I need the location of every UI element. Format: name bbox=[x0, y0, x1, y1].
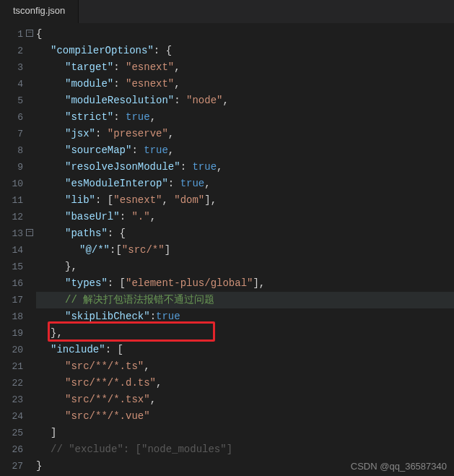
token-p: , bbox=[168, 144, 174, 156]
line-number: 21 bbox=[0, 358, 30, 375]
code-line[interactable]: "esModuleInterop": true, bbox=[36, 176, 454, 192]
line-number: 8 bbox=[0, 142, 30, 159]
token-p: : bbox=[131, 144, 144, 156]
line-number: 11 bbox=[0, 192, 30, 209]
line-number: 2 bbox=[0, 43, 30, 59]
token-k: "compilerOptions" bbox=[51, 45, 154, 56]
token-k: "resolveJsonModule" bbox=[65, 161, 180, 173]
line-number: 26 bbox=[0, 441, 30, 458]
token-p: , bbox=[174, 78, 180, 90]
line-number: 15 bbox=[0, 259, 30, 275]
code-line[interactable]: "types": ["element-plus/global"], bbox=[36, 275, 454, 292]
code-line[interactable]: { bbox=[36, 26, 454, 43]
token-k: "sourceMap" bbox=[65, 144, 131, 156]
token-k: "paths" bbox=[65, 228, 108, 239]
code-line[interactable]: "baseUrl": ".", bbox=[36, 209, 454, 225]
code-area[interactable]: {"compilerOptions": {"target": "esnext",… bbox=[30, 23, 454, 476]
code-line[interactable]: "module": "esnext", bbox=[36, 76, 454, 92]
token-p: , bbox=[174, 61, 180, 73]
code-line[interactable]: "@/*":["src/*"] bbox=[36, 242, 454, 259]
token-k: "baseUrl" bbox=[65, 211, 120, 222]
line-number-gutter: 1−2345678910111213−141516171819202122232… bbox=[0, 23, 30, 476]
token-k: "strict" bbox=[65, 111, 113, 123]
code-line[interactable]: "sourceMap": true, bbox=[36, 142, 454, 159]
token-p: } bbox=[36, 460, 42, 472]
line-number: 4 bbox=[0, 76, 30, 92]
code-line[interactable]: }, bbox=[36, 325, 454, 342]
code-line[interactable]: "src/**/*.tsx", bbox=[36, 391, 454, 408]
token-c: // 解决打包语法报错不通过问题 bbox=[65, 294, 214, 306]
token-p: : bbox=[120, 211, 132, 222]
token-p: , bbox=[150, 394, 156, 405]
token-k: "target" bbox=[65, 61, 113, 73]
line-number: 17 bbox=[0, 292, 30, 308]
token-p: ] bbox=[165, 244, 170, 256]
code-line[interactable]: "src/**/*.d.ts", bbox=[36, 375, 454, 391]
token-s: "node" bbox=[186, 95, 222, 106]
token-p: ], bbox=[253, 277, 265, 289]
token-p: : bbox=[180, 161, 193, 173]
code-line[interactable]: "include": [ bbox=[36, 342, 454, 358]
code-line[interactable]: // 解决打包语法报错不通过问题 bbox=[36, 292, 454, 308]
token-p: ], bbox=[204, 194, 217, 206]
code-line[interactable]: ] bbox=[36, 425, 454, 441]
token-k: "types" bbox=[65, 277, 108, 289]
token-k: "skipLibCheck" bbox=[65, 311, 150, 322]
token-p: , bbox=[168, 128, 174, 139]
token-p: : bbox=[168, 178, 180, 189]
editor: 1−2345678910111213−141516171819202122232… bbox=[0, 23, 454, 476]
token-p: : [ bbox=[95, 194, 113, 206]
token-p: }, bbox=[65, 261, 77, 272]
line-number: 13− bbox=[0, 225, 30, 242]
line-number: 20 bbox=[0, 342, 30, 358]
token-s: "src/**/*.vue" bbox=[65, 410, 150, 422]
code-line[interactable]: "target": "esnext", bbox=[36, 59, 454, 76]
token-s: "esnext" bbox=[113, 194, 162, 206]
token-b: true bbox=[144, 144, 168, 156]
token-p: : bbox=[113, 61, 126, 73]
tab-bar: tsconfig.json bbox=[0, 0, 454, 23]
code-line[interactable]: }, bbox=[36, 259, 454, 275]
token-b: true bbox=[192, 161, 217, 173]
token-s: "src/*" bbox=[122, 244, 165, 256]
token-p: , bbox=[217, 161, 222, 173]
line-number: 14 bbox=[0, 242, 30, 259]
code-line[interactable]: // "exclude": ["node_modules"] bbox=[36, 441, 454, 458]
code-line[interactable]: "skipLibCheck":true bbox=[36, 308, 454, 325]
token-s: "src/**/*.tsx" bbox=[65, 394, 150, 405]
line-number: 12 bbox=[0, 209, 30, 225]
line-number: 25 bbox=[0, 425, 30, 441]
line-number: 9 bbox=[0, 159, 30, 176]
code-line[interactable]: "resolveJsonModule": true, bbox=[36, 159, 454, 176]
watermark: CSDN @qq_36587340 bbox=[351, 461, 447, 472]
token-k: "@/*" bbox=[79, 244, 110, 256]
token-s: "preserve" bbox=[108, 128, 168, 139]
code-line[interactable]: "src/**/*.ts", bbox=[36, 358, 454, 375]
token-p: , bbox=[150, 211, 156, 222]
tab-tsconfig[interactable]: tsconfig.json bbox=[0, 0, 79, 23]
line-number: 16 bbox=[0, 275, 30, 292]
code-line[interactable]: "lib": ["esnext", "dom"], bbox=[36, 192, 454, 209]
line-number: 3 bbox=[0, 59, 30, 76]
code-line[interactable]: "jsx": "preserve", bbox=[36, 126, 454, 142]
token-p: : bbox=[95, 128, 108, 139]
token-s: "." bbox=[131, 211, 149, 222]
token-s: "esnext" bbox=[126, 61, 174, 73]
token-p: , bbox=[204, 178, 210, 189]
code-line[interactable]: "paths": { bbox=[36, 225, 454, 242]
code-line[interactable]: "moduleResolution": "node", bbox=[36, 92, 454, 109]
token-p: : { bbox=[108, 228, 126, 239]
line-number: 19 bbox=[0, 325, 30, 342]
token-p: , bbox=[144, 360, 149, 372]
code-line[interactable]: "strict": true, bbox=[36, 109, 454, 126]
token-p: : [ bbox=[105, 344, 123, 355]
line-number: 7 bbox=[0, 126, 30, 142]
token-b: true bbox=[156, 311, 180, 322]
code-line[interactable]: "src/**/*.vue" bbox=[36, 408, 454, 425]
token-s: "dom" bbox=[174, 194, 204, 206]
token-p: : { bbox=[154, 45, 172, 56]
line-number: 22 bbox=[0, 375, 30, 391]
code-line[interactable]: "compilerOptions": { bbox=[36, 43, 454, 59]
token-p: , bbox=[150, 111, 156, 123]
token-p: : [ bbox=[108, 277, 126, 289]
